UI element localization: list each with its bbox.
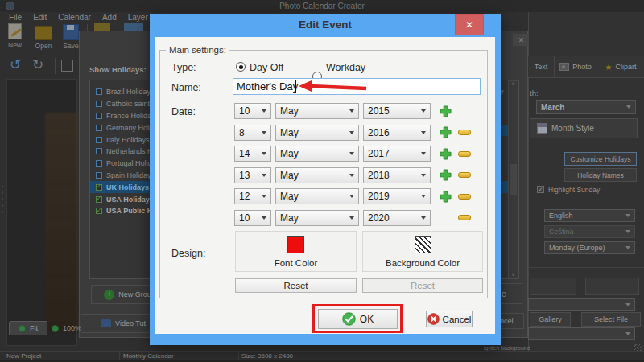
week-start-select[interactable]: Monday (Europe) xyxy=(544,241,635,254)
edit-event-dialog: Edit Event ✕ Main settings: Type: Day Of… xyxy=(150,14,501,345)
year-select[interactable]: 2020 xyxy=(363,210,431,226)
month-select[interactable]: March xyxy=(536,100,636,114)
month-select[interactable]: May xyxy=(275,188,359,204)
tab-text[interactable]: Text xyxy=(528,56,555,77)
menu-item[interactable]: Edit xyxy=(27,13,52,23)
cancel-button[interactable]: Cancel xyxy=(426,311,473,327)
remove-date-icon[interactable] xyxy=(458,194,471,200)
add-date-icon[interactable] xyxy=(440,169,452,181)
year-select[interactable]: 2018 xyxy=(363,167,431,183)
menu-item[interactable]: File xyxy=(3,13,27,23)
highlight-sunday-checkbox[interactable]: ✓ xyxy=(537,186,544,193)
background-color-swatch xyxy=(415,236,431,253)
ok-check-icon xyxy=(342,312,356,326)
holiday-checkbox[interactable]: ✓ xyxy=(96,125,102,131)
check-icon: ✓ xyxy=(97,195,102,202)
month-label: th: xyxy=(530,88,539,97)
reset-background-color-button[interactable]: Reset xyxy=(362,278,483,293)
month-select[interactable]: May xyxy=(275,167,359,183)
add-date-icon[interactable] xyxy=(440,126,452,138)
remove-date-icon[interactable] xyxy=(458,151,471,157)
new-label: New xyxy=(8,41,22,49)
day-select[interactable]: 8 xyxy=(234,125,271,141)
remove-date-icon[interactable] xyxy=(458,172,471,178)
year-select[interactable]: 2016 xyxy=(363,125,431,141)
remove-date-icon[interactable] xyxy=(458,215,471,220)
check-icon: ✓ xyxy=(97,208,102,214)
add-date-icon[interactable] xyxy=(440,191,452,203)
holiday-entries-scrollbar[interactable]: ˄ ˅ xyxy=(508,80,518,278)
holiday-names-button[interactable]: Holiday Names xyxy=(564,168,637,182)
fit-button[interactable]: Fit xyxy=(9,321,47,335)
day-select[interactable]: 14 xyxy=(234,146,271,162)
month-style-button[interactable]: Month Style xyxy=(530,118,638,138)
holiday-checkbox[interactable]: ✓ xyxy=(96,172,102,179)
add-date-icon[interactable] xyxy=(440,148,452,160)
open-button[interactable]: Open xyxy=(35,23,52,50)
secondary-language-select[interactable]: Čeština xyxy=(544,225,635,238)
fill-style-select[interactable] xyxy=(528,327,635,340)
customize-window-close-icon[interactable]: ✕ xyxy=(513,34,530,46)
dialog-close-button[interactable]: ✕ xyxy=(455,14,484,35)
status-type: Monthly Calendar xyxy=(123,352,174,360)
app-window: Photo Calendar Creator FileEditCalendarA… xyxy=(0,0,644,362)
year-select[interactable]: 2019 xyxy=(363,188,431,204)
scroll-down-icon[interactable]: ˅ xyxy=(511,272,514,278)
zoom-100-button[interactable]: 100% xyxy=(52,321,81,335)
holiday-checkbox[interactable]: ✓ xyxy=(96,88,102,95)
holiday-checkbox[interactable]: ✓ xyxy=(96,196,102,203)
zoom-icon xyxy=(52,325,59,332)
holiday-checkbox[interactable]: ✓ xyxy=(96,101,102,107)
background-color-button[interactable]: Background Color xyxy=(362,231,483,272)
background-option-button[interactable] xyxy=(530,278,576,295)
holiday-label: Spain Holidays xyxy=(106,171,155,179)
scroll-up-icon[interactable]: ˄ xyxy=(511,81,514,87)
export-icon[interactable] xyxy=(61,60,73,72)
holiday-checkbox[interactable]: ✓ xyxy=(96,208,102,214)
month-select[interactable]: May xyxy=(275,103,359,119)
dialog-title: Edit Event xyxy=(150,19,501,31)
new-button[interactable]: New xyxy=(8,23,22,49)
background-type-select[interactable] xyxy=(528,298,635,311)
remove-date-icon[interactable] xyxy=(458,130,471,135)
holiday-checkbox[interactable]: ✓ xyxy=(96,160,102,167)
reset-font-color-button[interactable]: Reset xyxy=(235,278,357,293)
day-select[interactable]: 13 xyxy=(234,167,271,183)
add-date-icon[interactable] xyxy=(440,105,452,117)
year-select[interactable]: 2017 xyxy=(363,146,431,162)
customize-holidays-button[interactable]: Customize Holidays xyxy=(564,152,637,166)
date-row: 13 May 2018 xyxy=(234,167,471,183)
ok-button[interactable]: OK xyxy=(318,309,398,329)
menu-item[interactable]: Calendar xyxy=(52,13,97,23)
holiday-checkbox[interactable]: ✓ xyxy=(96,113,102,119)
day-off-radio[interactable] xyxy=(236,62,246,72)
save-button[interactable]: Save xyxy=(63,23,79,50)
year-select[interactable]: 2015 xyxy=(363,103,431,119)
day-select[interactable]: 12 xyxy=(234,188,271,204)
redo-icon[interactable]: ↻ xyxy=(32,56,43,73)
date-row: 8 May 2016 xyxy=(234,125,471,141)
language-select[interactable]: English xyxy=(544,209,635,222)
day-select[interactable]: 10 xyxy=(234,210,271,226)
save-icon xyxy=(63,24,79,40)
holiday-checkbox[interactable]: ✓ xyxy=(96,137,102,143)
edit-button-sliver[interactable]: e xyxy=(497,283,522,304)
dialog-body: Main settings: Type: Day Off Workday Nam… xyxy=(155,37,495,334)
cancel-button-sliver[interactable]: ncel xyxy=(497,313,524,329)
undo-icon[interactable]: ↺ xyxy=(10,56,21,73)
tab-photo[interactable]: Photo xyxy=(555,56,597,77)
day-select[interactable]: 10 xyxy=(234,103,271,119)
holiday-checkbox[interactable]: ✓ xyxy=(96,184,102,191)
tab-clipart[interactable]: ★ Clipart xyxy=(597,56,644,77)
select-file-button[interactable]: Select File xyxy=(581,312,641,327)
gallery-button[interactable]: Gallery xyxy=(530,312,571,327)
holiday-label: Italy Holidays xyxy=(106,136,150,144)
month-select[interactable]: May xyxy=(275,125,359,141)
font-color-button[interactable]: Font Color xyxy=(235,231,357,272)
month-select[interactable]: May xyxy=(275,146,359,162)
new-icon xyxy=(8,23,22,39)
scrollbar-thumb[interactable] xyxy=(510,164,517,195)
background-option-button-2[interactable] xyxy=(585,278,639,295)
holiday-checkbox[interactable]: ✓ xyxy=(96,148,102,154)
month-select[interactable]: May xyxy=(275,210,359,226)
